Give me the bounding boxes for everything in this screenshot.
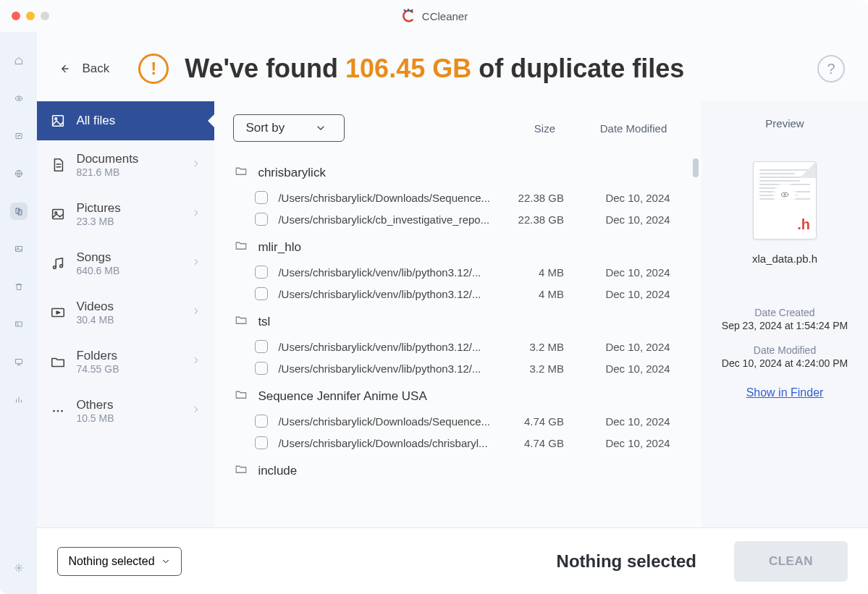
file-checkbox[interactable]: [255, 340, 268, 353]
selection-dropdown[interactable]: Nothing selected: [57, 547, 181, 576]
chevron-right-icon: [191, 404, 201, 417]
file-row[interactable]: /Users/chrisbarylick/Downloads/Sequence.…: [230, 187, 693, 208]
rail-stats-icon[interactable]: [10, 391, 28, 408]
sidebar-item-size: 821.6 MB: [76, 166, 138, 178]
file-checkbox[interactable]: [255, 266, 268, 279]
svg-rect-5: [18, 210, 22, 215]
chevron-right-icon: [191, 158, 201, 171]
rail-globe-icon[interactable]: [10, 165, 28, 182]
sidebar-item-size: 30.4 MB: [76, 314, 114, 326]
column-header-size[interactable]: Size: [497, 122, 555, 135]
rail-trash-icon[interactable]: [10, 278, 28, 295]
sidebar-item-label: Songs: [76, 250, 119, 265]
nav-rail: [0, 32, 37, 594]
rail-screen-icon[interactable]: [10, 353, 28, 370]
file-checkbox[interactable]: [255, 415, 268, 428]
back-button[interactable]: Back: [57, 61, 109, 76]
rail-duplicate-icon[interactable]: [10, 203, 28, 220]
sidebar-item-folders[interactable]: Folders 74.55 GB: [37, 337, 214, 386]
file-path: /Users/chrisbarylick/Downloads/Sequence.…: [278, 192, 502, 204]
group-header[interactable]: tsl: [230, 305, 693, 336]
preview-modified-value: Dec 10, 2024 at 4:24:00 PM: [722, 357, 848, 369]
help-button[interactable]: ?: [817, 55, 845, 82]
file-date: Dec 10, 2024: [587, 437, 688, 449]
preview-panel: Preview .h xla_data.pb.h Date Created Se…: [701, 101, 868, 527]
rail-archive-icon[interactable]: [10, 127, 28, 145]
group-header[interactable]: Sequence Jennifer Anime USA: [230, 379, 693, 410]
rail-image-icon[interactable]: [10, 240, 28, 258]
sidebar-item-all-files[interactable]: All files: [37, 101, 214, 140]
back-arrow-icon: [57, 62, 70, 75]
svg-point-14: [55, 212, 57, 214]
file-size: 4 MB: [502, 288, 564, 300]
sidebar-item-size: 640.6 MB: [76, 265, 119, 276]
song-icon: [50, 255, 66, 271]
sidebar-item-pictures[interactable]: Pictures 23.3 MB: [37, 190, 214, 239]
file-date: Dec 10, 2024: [587, 288, 688, 300]
chevron-down-icon: [315, 122, 326, 134]
file-size: 3.2 MB: [502, 362, 564, 375]
preview-created-value: Sep 23, 2024 at 1:54:24 PM: [722, 320, 848, 331]
folder-icon: [235, 388, 248, 404]
svg-rect-13: [53, 210, 64, 219]
svg-rect-4: [16, 208, 20, 213]
chevron-right-icon: [191, 208, 201, 221]
file-size: 3.2 MB: [502, 341, 564, 353]
group-name: tsl: [258, 315, 270, 329]
file-date: Dec 10, 2024: [587, 266, 688, 279]
app-title: CCleaner: [422, 10, 468, 22]
svg-rect-9: [15, 360, 22, 364]
other-icon: [50, 403, 66, 419]
group-header[interactable]: chrisbarylick: [230, 156, 693, 187]
file-row[interactable]: /Users/chrisbarylick/Downloads/chrisbary…: [230, 432, 693, 454]
file-date: Dec 10, 2024: [587, 362, 688, 375]
preview-filename: xla_data.pb.h: [752, 253, 817, 265]
clean-button[interactable]: CLEAN: [734, 541, 848, 582]
svg-point-22: [784, 193, 785, 195]
file-date: Dec 10, 2024: [587, 341, 688, 353]
show-in-finder-link[interactable]: Show in Finder: [746, 386, 824, 399]
group-header[interactable]: mlir_hlo: [230, 230, 693, 261]
scrollbar-thumb[interactable]: [693, 158, 699, 177]
file-row[interactable]: /Users/chrisbarylick/Downloads/Sequence.…: [230, 410, 693, 432]
folder-icon: [235, 313, 248, 330]
back-label: Back: [82, 61, 109, 76]
sidebar-item-videos[interactable]: Videos 30.4 MB: [37, 288, 214, 337]
chevron-right-icon: [191, 355, 201, 368]
file-row[interactable]: /Users/chrisbarylick/venv/lib/python3.12…: [230, 283, 693, 305]
file-checkbox[interactable]: [255, 287, 268, 300]
preview-thumbnail[interactable]: .h: [753, 161, 817, 239]
category-sidebar: All files Documents 821.6 MB Pictures 23…: [37, 101, 214, 527]
sort-by-dropdown[interactable]: Sort by: [233, 114, 345, 142]
sidebar-item-documents[interactable]: Documents 821.6 MB: [37, 140, 214, 190]
file-checkbox[interactable]: [255, 436, 268, 449]
sidebar-item-others[interactable]: Others 10.5 MB: [37, 386, 214, 436]
file-path: /Users/chrisbarylick/venv/lib/python3.12…: [278, 266, 502, 279]
chevron-down-icon: [161, 556, 171, 567]
file-path: /Users/chrisbarylick/Downloads/chrisbary…: [278, 437, 502, 449]
file-row[interactable]: /Users/chrisbarylick/venv/lib/python3.12…: [230, 357, 693, 379]
file-list[interactable]: chrisbarylick /Users/chrisbarylick/Downl…: [214, 156, 701, 527]
sidebar-item-songs[interactable]: Songs 640.6 MB: [37, 239, 214, 288]
file-checkbox[interactable]: [255, 213, 268, 226]
rail-settings-icon[interactable]: [10, 559, 28, 577]
svg-point-12: [55, 118, 57, 120]
rail-card-icon[interactable]: [10, 315, 28, 333]
file-row[interactable]: /Users/chrisbarylick/cb_investigative_re…: [230, 208, 693, 230]
all-files-icon: [50, 113, 66, 129]
file-checkbox[interactable]: [255, 191, 268, 204]
file-row[interactable]: /Users/chrisbarylick/venv/lib/python3.12…: [230, 336, 693, 357]
file-size: 4.74 GB: [502, 437, 564, 449]
file-row[interactable]: /Users/chrisbarylick/venv/lib/python3.12…: [230, 261, 693, 283]
folder-icon: [50, 354, 66, 370]
folder-icon: [235, 239, 248, 255]
group-header[interactable]: include: [230, 454, 693, 485]
rail-eye-icon[interactable]: [10, 90, 28, 107]
column-header-date[interactable]: Date Modified: [590, 122, 677, 135]
rail-home-icon[interactable]: [10, 52, 28, 69]
file-size: 22.38 GB: [502, 192, 564, 204]
warning-icon: !: [138, 54, 169, 84]
file-checkbox[interactable]: [255, 362, 268, 375]
sidebar-item-label: All files: [76, 114, 115, 128]
preview-eye-icon: [776, 186, 793, 203]
